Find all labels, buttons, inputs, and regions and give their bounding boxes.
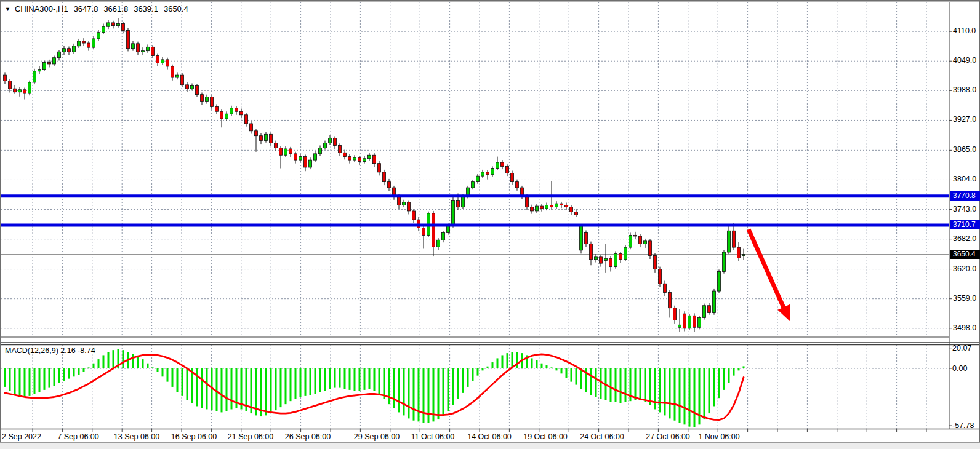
- time-tick-label: 19 Oct 06:00: [523, 432, 568, 441]
- price-tick-label: 3988.0: [953, 85, 976, 94]
- macd-tick-label: 0.00: [952, 364, 967, 373]
- hline-price-label: 3710.7: [950, 220, 980, 229]
- price-tick-label: 3804.0: [953, 175, 976, 183]
- price-tick-label: 3559.0: [953, 294, 976, 303]
- ohlc-open: 3647.8: [74, 4, 98, 14]
- price-tick-label: 3743.0: [953, 205, 976, 213]
- symbol-dropdown-icon[interactable]: ▼: [5, 6, 10, 12]
- hline-price-label: 3770.8: [950, 191, 980, 201]
- price-tick-label: 3682.0: [953, 234, 976, 243]
- macd-tick-label: -57.78: [952, 421, 974, 430]
- price-tick-label: 3498.0: [953, 324, 976, 332]
- symbol-period-label: CHINA300-,H1: [15, 4, 68, 14]
- time-tick-label: 16 Sep 06:00: [171, 432, 217, 441]
- ohlc-low: 3639.1: [134, 4, 158, 14]
- current-price-label: 3650.4: [950, 250, 980, 259]
- mt4-chart-window: ▼ CHINA300-,H1 3647.8 3661.8 3639.1 3650…: [0, 0, 980, 449]
- time-tick-label: 14 Oct 06:00: [467, 432, 512, 441]
- price-tick-label: 3927.0: [953, 115, 976, 124]
- time-tick-label: 2 Sep 2022: [2, 432, 41, 441]
- macd-indicator-label: MACD(12,26,9) 2.16 -8.74: [5, 346, 95, 355]
- time-tick-label: 7 Sep 06:00: [57, 432, 98, 441]
- chart-canvas[interactable]: [0, 0, 980, 449]
- price-tick-label: 4110.0: [953, 26, 976, 35]
- ohlc-close: 3650.4: [164, 4, 188, 14]
- time-tick-label: 13 Sep 06:00: [114, 432, 159, 441]
- macd-tick-label: 20.07: [952, 344, 971, 352]
- time-tick-label: 21 Sep 06:00: [228, 432, 273, 441]
- time-tick-label: 11 Oct 06:00: [411, 432, 455, 441]
- time-tick-label: 27 Oct 06:00: [646, 432, 690, 441]
- time-tick-label: 26 Sep 06:00: [285, 432, 331, 441]
- price-tick-label: 3620.0: [953, 264, 976, 273]
- price-tick-label: 3865.0: [953, 145, 976, 154]
- chart-header: ▼ CHINA300-,H1 3647.8 3661.8 3639.1 3650…: [5, 4, 188, 14]
- time-tick-label: 1 Nov 06:00: [698, 432, 739, 441]
- window-bottom-strip: [0, 442, 980, 449]
- ohlc-high: 3661.8: [103, 4, 128, 14]
- price-tick-label: 4049.0: [953, 56, 976, 65]
- time-tick-label: 29 Sep 06:00: [354, 432, 400, 441]
- time-tick-label: 24 Oct 06:00: [580, 432, 624, 441]
